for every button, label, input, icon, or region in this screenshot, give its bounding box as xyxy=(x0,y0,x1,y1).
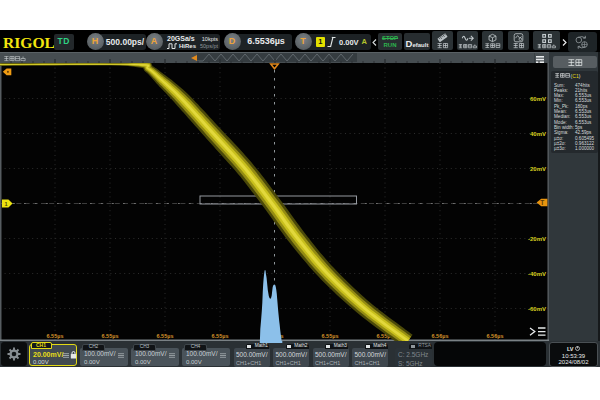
svg-text:20mV: 20mV xyxy=(530,166,546,172)
svg-text:60mV: 60mV xyxy=(530,96,546,102)
svg-text:-40mV: -40mV xyxy=(528,271,546,277)
svg-text:6.56µs: 6.56µs xyxy=(487,333,504,339)
svg-text:6.55µs: 6.55µs xyxy=(322,333,339,339)
svg-text:-60mV: -60mV xyxy=(528,306,546,312)
svg-text:T: T xyxy=(540,199,544,206)
svg-text:40mV: 40mV xyxy=(530,131,546,137)
svg-text:6.55µs: 6.55µs xyxy=(47,333,64,339)
svg-text:6.55µs: 6.55µs xyxy=(157,333,174,339)
svg-text:1: 1 xyxy=(5,201,8,207)
svg-text:-20mV: -20mV xyxy=(528,236,546,242)
svg-text:6.56µs: 6.56µs xyxy=(432,333,449,339)
svg-text:6.55µs: 6.55µs xyxy=(212,333,229,339)
svg-text:6.55µs: 6.55µs xyxy=(102,333,119,339)
